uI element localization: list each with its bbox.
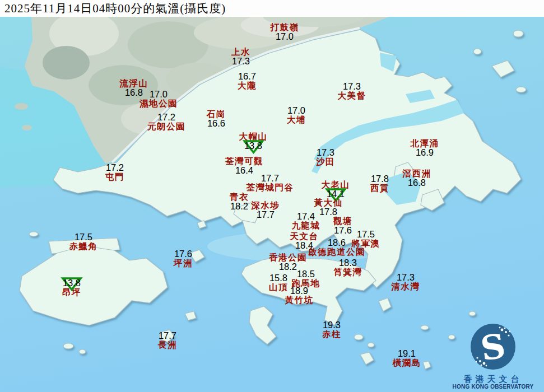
station-name: 元朗公園 [147, 122, 185, 131]
station-name: 石崗 [207, 110, 226, 119]
station-temperature: 17.8 [370, 174, 389, 184]
hko-temperature-map-screen: 打鼓嶺17.0上水17.316.7大隴流浮山16.817.0濕地公園17.3大美… [0, 0, 544, 392]
station-name: 大隴 [238, 81, 257, 90]
station-黃竹坑: 18.9黃竹坑 [285, 286, 314, 305]
station-temperature: 19.1 [393, 349, 421, 358]
station-橫瀾島: 19.1橫瀾島 [393, 349, 421, 367]
station-temperature: 15.8 [269, 273, 288, 283]
station-temperature: 17.0 [271, 32, 299, 41]
station-name: 赤柱 [322, 330, 341, 339]
station-打鼓嶺: 打鼓嶺17.0 [271, 23, 299, 41]
station-筲箕灣: 18.3筲箕灣 [334, 258, 362, 277]
station-name: 黃大仙 [314, 198, 343, 207]
station-深水埗: 深水埗17.7 [252, 201, 280, 220]
hko-logo-english-name: HONG KONG OBSERVATORY [445, 384, 541, 390]
station-temperature: 17.3 [231, 57, 250, 66]
station-name: 筲箕灣 [334, 268, 362, 277]
station-name: 香港公園 [269, 253, 307, 262]
station-temperature: 17.7 [247, 174, 294, 183]
station-temperature-value: 13.8 [63, 278, 81, 288]
station-name: 荃灣可觀 [225, 157, 263, 166]
station-name: 深水埗 [252, 201, 280, 210]
station-name: 沙田 [316, 157, 335, 166]
station-temperature: 16.9 [411, 148, 439, 157]
station-temperature: 17.0 [287, 106, 306, 115]
station-name: 濕地公園 [140, 99, 178, 108]
station-name: 九龍城 [292, 221, 320, 230]
station-temperature: 16.7 [238, 72, 257, 81]
station-name: 青衣 [230, 193, 249, 202]
station-temperature: 17.3 [392, 273, 420, 282]
station-temperature: 18.6 [308, 238, 365, 248]
station-赤柱: 19.3赤柱 [322, 320, 341, 339]
station-name: 橫瀾島 [393, 358, 421, 367]
station-name: 清水灣 [392, 282, 420, 291]
station-大埔: 17.0大埔 [287, 106, 306, 124]
station-temperature: 18.3 [334, 258, 362, 268]
station-name: 西貢 [370, 184, 389, 193]
station-name: 長洲 [158, 340, 177, 349]
station-青衣: 青衣18.2 [230, 193, 249, 211]
station-荃灣城門谷: 17.7荃灣城門谷 [247, 174, 294, 192]
station-觀塘: 觀塘17.6 [333, 217, 352, 235]
station-長洲: 17.7長洲 [158, 331, 177, 349]
station-坪洲: 17.6坪洲 [174, 249, 193, 268]
page-title: 2025年11月14日04時00分的氣溫(攝氏度) [4, 1, 226, 16]
station-大美督: 17.3大美督 [338, 82, 366, 100]
title-bar: 2025年11月14日04時00分的氣溫(攝氏度) [0, 0, 544, 17]
station-temperature: 17.6 [333, 226, 352, 235]
station-跑馬地: 18.5跑馬地 [292, 269, 320, 288]
station-name: 啟德跑道公園 [308, 248, 365, 256]
station-temperature: 17.4 [292, 212, 320, 221]
station-啟德跑道公園: 18.6啟德跑道公園 [308, 238, 365, 256]
station-temperature: 18.2 [230, 202, 249, 211]
station-name: 上水 [231, 48, 250, 57]
station-temperature: 17.2 [147, 113, 185, 122]
station-大老山: 大老山14.1 [322, 180, 350, 199]
station-name: 荃灣城門谷 [247, 183, 294, 192]
station-name: 赤鱲角 [69, 242, 98, 251]
hko-logo: S 香港天文台 HONG KONG OBSERVATORY [445, 323, 541, 391]
station-name: 觀塘 [333, 217, 352, 226]
station-temperature: 17.6 [174, 249, 193, 259]
station-temperature: 18.5 [292, 269, 320, 279]
station-name: 坪洲 [174, 259, 193, 268]
station-上水: 上水17.3 [231, 48, 250, 66]
hko-logo-icon: S [448, 323, 538, 372]
station-temperature: 13.8 [62, 278, 81, 288]
station-name: 黃竹坑 [285, 296, 314, 305]
station-赤鱲角: 17.5赤鱲角 [69, 232, 98, 251]
station-name: 打鼓嶺 [271, 23, 299, 32]
station-元朗公園: 17.2元朗公園 [147, 113, 185, 131]
hko-logo-chinese-name: 香港天文台 [445, 375, 541, 384]
station-temperature: 18.9 [285, 286, 314, 296]
station-name: 北潭涌 [411, 139, 439, 148]
station-荃灣可觀: 荃灣可觀16.4 [225, 157, 263, 175]
station-temperature: 17.7 [252, 210, 280, 220]
station-昂坪: 13.8昂坪 [62, 278, 81, 297]
station-西貢: 17.8西貢 [370, 174, 389, 193]
station-name: 流浮山 [120, 79, 148, 88]
station-temperature: 17.7 [158, 331, 177, 340]
station-清水灣: 17.3清水灣 [392, 273, 420, 291]
station-temperature: 17.5 [69, 232, 98, 242]
station-temperature: 19.3 [322, 320, 341, 330]
station-temperature-value: 13.8 [244, 141, 262, 151]
station-屯門: 17.2屯門 [105, 163, 124, 181]
station-濕地公園: 17.0濕地公園 [140, 90, 178, 108]
station-大帽山: 大帽山13.8 [239, 132, 268, 151]
station-沙田: 17.3沙田 [316, 148, 335, 166]
station-name: 屯門 [105, 172, 124, 181]
station-北潭涌: 北潭涌16.9 [411, 139, 439, 157]
station-temperature: 17.2 [105, 163, 124, 172]
station-temperature: 17.3 [316, 148, 335, 157]
station-大隴: 16.7大隴 [238, 72, 257, 90]
station-temperature: 13.8 [239, 141, 268, 151]
station-滘西洲: 滘西洲16.8 [403, 169, 431, 188]
station-name: 大埔 [287, 115, 306, 124]
station-temperature: 16.6 [207, 119, 226, 128]
station-name: 滘西洲 [403, 169, 431, 178]
station-temperature: 16.8 [403, 178, 431, 188]
station-石崗: 石崗16.6 [207, 110, 226, 128]
station-name: 大美督 [338, 91, 366, 100]
